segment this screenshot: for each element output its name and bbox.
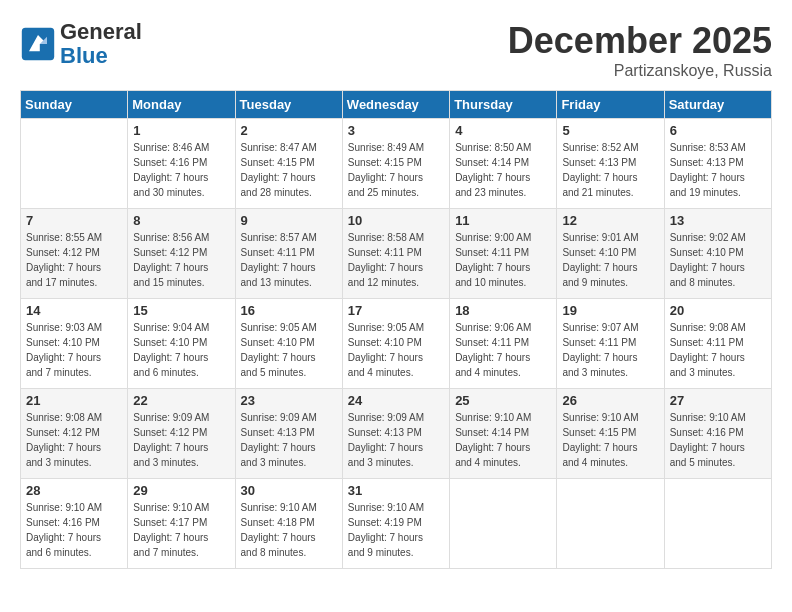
calendar-cell: 9Sunrise: 8:57 AMSunset: 4:11 PMDaylight… [235, 209, 342, 299]
logo-line2: Blue [60, 44, 142, 68]
calendar-cell: 27Sunrise: 9:10 AMSunset: 4:16 PMDayligh… [664, 389, 771, 479]
day-number: 30 [241, 483, 337, 498]
day-of-week-header: Wednesday [342, 91, 449, 119]
day-info: Sunrise: 8:55 AMSunset: 4:12 PMDaylight:… [26, 230, 122, 290]
day-number: 18 [455, 303, 551, 318]
calendar-week-row: 7Sunrise: 8:55 AMSunset: 4:12 PMDaylight… [21, 209, 772, 299]
location: Partizanskoye, Russia [508, 62, 772, 80]
day-number: 16 [241, 303, 337, 318]
calendar-cell: 6Sunrise: 8:53 AMSunset: 4:13 PMDaylight… [664, 119, 771, 209]
day-info: Sunrise: 9:10 AMSunset: 4:18 PMDaylight:… [241, 500, 337, 560]
day-of-week-header: Thursday [450, 91, 557, 119]
logo: General Blue [20, 20, 142, 68]
day-info: Sunrise: 9:01 AMSunset: 4:10 PMDaylight:… [562, 230, 658, 290]
calendar-cell: 19Sunrise: 9:07 AMSunset: 4:11 PMDayligh… [557, 299, 664, 389]
day-info: Sunrise: 8:57 AMSunset: 4:11 PMDaylight:… [241, 230, 337, 290]
day-info: Sunrise: 9:09 AMSunset: 4:12 PMDaylight:… [133, 410, 229, 470]
day-info: Sunrise: 8:52 AMSunset: 4:13 PMDaylight:… [562, 140, 658, 200]
day-number: 9 [241, 213, 337, 228]
day-number: 5 [562, 123, 658, 138]
calendar-cell: 20Sunrise: 9:08 AMSunset: 4:11 PMDayligh… [664, 299, 771, 389]
day-info: Sunrise: 9:02 AMSunset: 4:10 PMDaylight:… [670, 230, 766, 290]
day-number: 8 [133, 213, 229, 228]
calendar-cell: 13Sunrise: 9:02 AMSunset: 4:10 PMDayligh… [664, 209, 771, 299]
day-of-week-header: Tuesday [235, 91, 342, 119]
day-number: 3 [348, 123, 444, 138]
day-number: 25 [455, 393, 551, 408]
day-number: 4 [455, 123, 551, 138]
calendar-cell: 2Sunrise: 8:47 AMSunset: 4:15 PMDaylight… [235, 119, 342, 209]
day-number: 7 [26, 213, 122, 228]
calendar-cell: 11Sunrise: 9:00 AMSunset: 4:11 PMDayligh… [450, 209, 557, 299]
calendar-body: 1Sunrise: 8:46 AMSunset: 4:16 PMDaylight… [21, 119, 772, 569]
calendar-cell [450, 479, 557, 569]
calendar-cell: 26Sunrise: 9:10 AMSunset: 4:15 PMDayligh… [557, 389, 664, 479]
day-number: 29 [133, 483, 229, 498]
calendar-cell: 5Sunrise: 8:52 AMSunset: 4:13 PMDaylight… [557, 119, 664, 209]
title-block: December 2025 Partizanskoye, Russia [508, 20, 772, 80]
calendar-cell: 24Sunrise: 9:09 AMSunset: 4:13 PMDayligh… [342, 389, 449, 479]
calendar-cell: 12Sunrise: 9:01 AMSunset: 4:10 PMDayligh… [557, 209, 664, 299]
calendar-cell: 28Sunrise: 9:10 AMSunset: 4:16 PMDayligh… [21, 479, 128, 569]
calendar-week-row: 28Sunrise: 9:10 AMSunset: 4:16 PMDayligh… [21, 479, 772, 569]
logo-line1: General [60, 20, 142, 44]
day-number: 23 [241, 393, 337, 408]
day-number: 31 [348, 483, 444, 498]
day-info: Sunrise: 9:10 AMSunset: 4:14 PMDaylight:… [455, 410, 551, 470]
day-info: Sunrise: 9:08 AMSunset: 4:11 PMDaylight:… [670, 320, 766, 380]
day-info: Sunrise: 8:58 AMSunset: 4:11 PMDaylight:… [348, 230, 444, 290]
day-number: 28 [26, 483, 122, 498]
calendar-cell: 29Sunrise: 9:10 AMSunset: 4:17 PMDayligh… [128, 479, 235, 569]
calendar-header-row: SundayMondayTuesdayWednesdayThursdayFrid… [21, 91, 772, 119]
day-info: Sunrise: 9:09 AMSunset: 4:13 PMDaylight:… [241, 410, 337, 470]
day-info: Sunrise: 8:50 AMSunset: 4:14 PMDaylight:… [455, 140, 551, 200]
day-of-week-header: Sunday [21, 91, 128, 119]
calendar-cell: 14Sunrise: 9:03 AMSunset: 4:10 PMDayligh… [21, 299, 128, 389]
day-number: 17 [348, 303, 444, 318]
calendar-cell: 30Sunrise: 9:10 AMSunset: 4:18 PMDayligh… [235, 479, 342, 569]
day-info: Sunrise: 8:47 AMSunset: 4:15 PMDaylight:… [241, 140, 337, 200]
calendar-cell: 22Sunrise: 9:09 AMSunset: 4:12 PMDayligh… [128, 389, 235, 479]
day-number: 26 [562, 393, 658, 408]
calendar-cell [21, 119, 128, 209]
day-number: 13 [670, 213, 766, 228]
day-number: 19 [562, 303, 658, 318]
calendar-cell: 7Sunrise: 8:55 AMSunset: 4:12 PMDaylight… [21, 209, 128, 299]
day-number: 10 [348, 213, 444, 228]
day-info: Sunrise: 9:10 AMSunset: 4:19 PMDaylight:… [348, 500, 444, 560]
calendar-cell: 25Sunrise: 9:10 AMSunset: 4:14 PMDayligh… [450, 389, 557, 479]
day-info: Sunrise: 9:10 AMSunset: 4:17 PMDaylight:… [133, 500, 229, 560]
calendar-cell: 4Sunrise: 8:50 AMSunset: 4:14 PMDaylight… [450, 119, 557, 209]
day-info: Sunrise: 8:46 AMSunset: 4:16 PMDaylight:… [133, 140, 229, 200]
day-info: Sunrise: 9:10 AMSunset: 4:16 PMDaylight:… [26, 500, 122, 560]
day-number: 24 [348, 393, 444, 408]
day-info: Sunrise: 9:05 AMSunset: 4:10 PMDaylight:… [241, 320, 337, 380]
day-number: 22 [133, 393, 229, 408]
day-number: 21 [26, 393, 122, 408]
day-number: 12 [562, 213, 658, 228]
day-info: Sunrise: 9:10 AMSunset: 4:16 PMDaylight:… [670, 410, 766, 470]
day-number: 1 [133, 123, 229, 138]
calendar-cell: 17Sunrise: 9:05 AMSunset: 4:10 PMDayligh… [342, 299, 449, 389]
calendar-cell: 8Sunrise: 8:56 AMSunset: 4:12 PMDaylight… [128, 209, 235, 299]
day-info: Sunrise: 9:07 AMSunset: 4:11 PMDaylight:… [562, 320, 658, 380]
day-info: Sunrise: 8:56 AMSunset: 4:12 PMDaylight:… [133, 230, 229, 290]
calendar-cell: 10Sunrise: 8:58 AMSunset: 4:11 PMDayligh… [342, 209, 449, 299]
day-info: Sunrise: 8:49 AMSunset: 4:15 PMDaylight:… [348, 140, 444, 200]
day-info: Sunrise: 9:10 AMSunset: 4:15 PMDaylight:… [562, 410, 658, 470]
page-header: General Blue December 2025 Partizanskoye… [20, 20, 772, 80]
calendar-cell: 3Sunrise: 8:49 AMSunset: 4:15 PMDaylight… [342, 119, 449, 209]
calendar-cell: 15Sunrise: 9:04 AMSunset: 4:10 PMDayligh… [128, 299, 235, 389]
calendar-cell [557, 479, 664, 569]
day-of-week-header: Friday [557, 91, 664, 119]
day-info: Sunrise: 9:04 AMSunset: 4:10 PMDaylight:… [133, 320, 229, 380]
calendar-cell [664, 479, 771, 569]
day-number: 14 [26, 303, 122, 318]
day-info: Sunrise: 9:09 AMSunset: 4:13 PMDaylight:… [348, 410, 444, 470]
day-number: 6 [670, 123, 766, 138]
day-info: Sunrise: 9:06 AMSunset: 4:11 PMDaylight:… [455, 320, 551, 380]
day-of-week-header: Monday [128, 91, 235, 119]
day-info: Sunrise: 9:03 AMSunset: 4:10 PMDaylight:… [26, 320, 122, 380]
day-info: Sunrise: 9:08 AMSunset: 4:12 PMDaylight:… [26, 410, 122, 470]
day-number: 15 [133, 303, 229, 318]
